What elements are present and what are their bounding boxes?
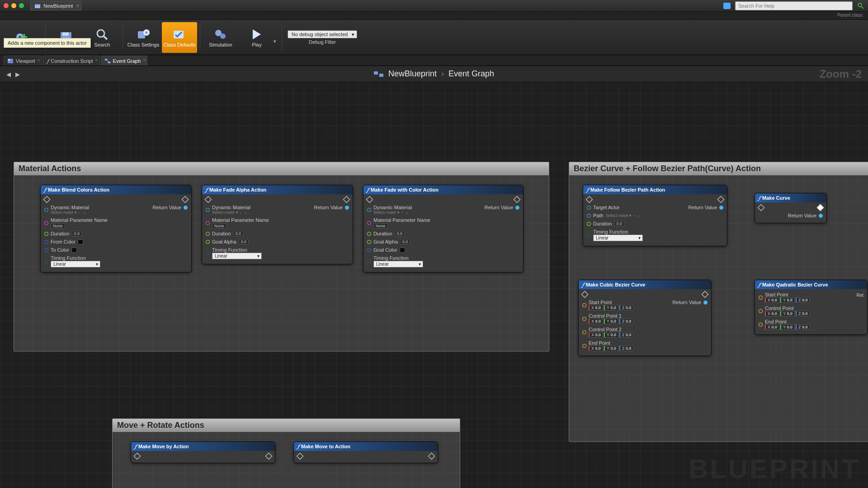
simulation-label: Simulation: [209, 42, 232, 47]
exec-in-pin[interactable]: [205, 196, 212, 203]
comment-move-rotate[interactable]: Move + Rotate Actions Make Move by Actio…: [112, 418, 460, 488]
graph-canvas[interactable]: BLUEPRINT Material Actions Make Blend Co…: [0, 82, 868, 488]
class-defaults-label: Class Defaults: [164, 42, 196, 47]
svg-line-12: [104, 36, 107, 39]
enum-pin[interactable]: [44, 259, 48, 263]
object-pin[interactable]: [44, 208, 48, 212]
color-pin[interactable]: [44, 240, 48, 244]
search-label: Search: [94, 42, 110, 47]
nav-back-icon[interactable]: ◂: [6, 69, 11, 80]
search-icon[interactable]: [857, 2, 864, 9]
close-tab-icon[interactable]: ×: [76, 3, 79, 9]
node-make-blend-colors[interactable]: Make Blend Colors Action Dynamic Materia…: [40, 185, 192, 272]
comment-material-actions[interactable]: Material Actions Make Blend Colors Actio…: [14, 162, 549, 352]
close-icon[interactable]: ×: [95, 57, 98, 63]
function-icon: [44, 187, 46, 193]
play-label: Play: [252, 42, 261, 47]
return-pin[interactable]: [184, 206, 188, 210]
function-icon: [367, 187, 368, 193]
viewport-icon: [8, 59, 13, 63]
function-icon: [206, 187, 207, 193]
comment-title[interactable]: Move + Rotate Actions: [113, 419, 460, 432]
node-make-fade-alpha[interactable]: Make Fade Alpha Action Dynamic MaterialS…: [202, 185, 353, 264]
class-settings-label: Class Settings: [127, 42, 159, 47]
close-icon[interactable]: ×: [37, 57, 40, 63]
tab-event-graph[interactable]: Event Graph ×: [101, 56, 148, 66]
save-button[interactable]: [48, 22, 84, 53]
exec-in-pin[interactable]: [43, 196, 51, 203]
node-make-move-to[interactable]: Make Move to Action: [293, 441, 438, 463]
document-title: NewBlueprint: [43, 3, 73, 9]
parent-class-label: Parent class:: [0, 12, 868, 20]
editor-tabs: Viewport × Construction Script × Event G…: [0, 55, 868, 66]
graph-icon: [105, 59, 110, 63]
close-icon[interactable]: [4, 3, 9, 8]
svg-rect-25: [379, 74, 383, 77]
tooltip: Adds a new component to this actor: [4, 38, 91, 48]
graph-header: ◂ ▸ NewBlueprint › Event Graph Zoom -2: [0, 66, 868, 82]
comment-bubble-icon[interactable]: [723, 3, 731, 9]
close-icon[interactable]: ×: [143, 57, 146, 63]
node-make-curve[interactable]: Make Curve Return Value: [755, 193, 827, 223]
svg-point-2: [858, 3, 862, 7]
comment-title[interactable]: Bezier Curve + Follow Bezier Path(Curve)…: [569, 162, 868, 175]
node-make-fade-with-color[interactable]: Make Fade with Color Action Dynamic Mate…: [363, 185, 524, 272]
svg-rect-1: [35, 4, 40, 5]
svg-point-11: [97, 30, 104, 37]
search-button[interactable]: Search: [85, 22, 120, 53]
window-controls: [4, 3, 24, 8]
class-defaults-button[interactable]: Class Defaults: [162, 22, 197, 53]
breadcrumb-leaf: Event Graph: [448, 69, 494, 79]
svg-rect-21: [105, 59, 107, 61]
title-bar: NewBlueprint ×: [0, 0, 868, 12]
color-pin[interactable]: [44, 248, 48, 252]
nav-forward-icon[interactable]: ▸: [15, 69, 20, 80]
minimize-icon[interactable]: [11, 3, 16, 8]
string-pin[interactable]: [44, 221, 48, 225]
simulation-button[interactable]: Simulation: [203, 22, 238, 53]
maximize-icon[interactable]: [19, 3, 24, 8]
node-make-cubic-bezier[interactable]: Make Cubic Bezier Curve Start PointX 0.0…: [578, 280, 712, 356]
blueprint-icon: [34, 3, 41, 9]
breadcrumb-root[interactable]: NewBlueprint: [388, 69, 437, 79]
svg-rect-20: [8, 59, 10, 61]
blueprint-icon: [374, 70, 384, 78]
breadcrumb: NewBlueprint › Event Graph: [374, 69, 494, 79]
svg-point-18: [220, 33, 226, 39]
tab-construction-script[interactable]: Construction Script ×: [43, 56, 100, 66]
exec-out-pin[interactable]: [182, 196, 189, 203]
main-toolbar: ▾ Search Class Settings Class Defaults S…: [0, 20, 868, 55]
svg-rect-24: [374, 71, 378, 75]
node-follow-bezier-path[interactable]: Make Follow Bezier Path Action Target Ac…: [583, 185, 727, 246]
comment-title[interactable]: Material Actions: [14, 162, 549, 175]
function-icon: [47, 58, 48, 64]
svg-rect-9: [62, 33, 69, 36]
play-dropdown-icon[interactable]: ▾: [274, 38, 276, 44]
svg-line-3: [861, 6, 863, 9]
class-settings-button[interactable]: Class Settings: [126, 22, 161, 53]
debug-filter-label: Debug Filter: [309, 39, 336, 45]
debug-object-select[interactable]: No debug object selected: [288, 30, 357, 38]
help-search-input[interactable]: [735, 1, 853, 10]
watermark: BLUEPRINT: [689, 453, 860, 484]
play-button[interactable]: Play: [239, 22, 274, 53]
zoom-label: Zoom -2: [820, 68, 862, 80]
svg-line-23: [107, 60, 108, 62]
comment-bezier[interactable]: Bezier Curve + Follow Bezier Path(Curve)…: [569, 162, 868, 442]
node-make-move-by[interactable]: Make Move by Action: [131, 441, 275, 463]
add-component-button[interactable]: [5, 22, 40, 53]
svg-point-15: [146, 31, 148, 33]
svg-rect-22: [108, 61, 110, 63]
svg-rect-7: [21, 36, 27, 38]
document-tab[interactable]: NewBlueprint ×: [30, 1, 81, 11]
node-make-quadratic-bezier[interactable]: Make Qadratic Bezier Curve Start PointX …: [755, 280, 868, 335]
tab-viewport[interactable]: Viewport ×: [4, 56, 42, 66]
float-pin[interactable]: [44, 232, 48, 236]
